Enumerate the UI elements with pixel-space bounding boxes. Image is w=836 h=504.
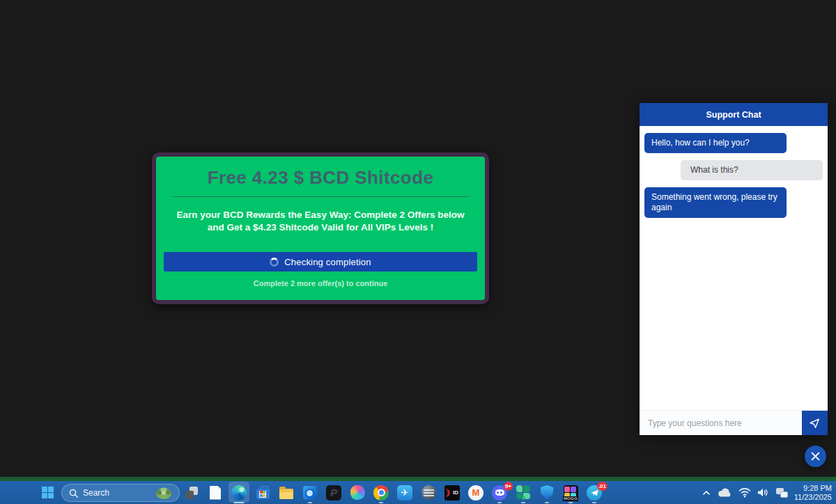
document-icon [207, 485, 224, 501]
search-icon [69, 489, 78, 498]
edge-browser-icon [231, 485, 247, 501]
cloud-icon [717, 487, 732, 498]
onedrive-tray-icon[interactable] [717, 487, 732, 498]
chat-close-button[interactable] [805, 446, 826, 467]
copilot-icon [349, 485, 366, 501]
offer-footer-note: Complete 2 more offer(s) to continue [156, 279, 485, 288]
mogg-label: MOGG [563, 496, 578, 501]
speaker-icon [757, 487, 769, 498]
windows-logo-icon [42, 487, 54, 498]
wifi-tray-icon[interactable] [738, 487, 751, 498]
running-app-indicator [592, 502, 596, 504]
spinner-icon [270, 258, 279, 267]
send-button[interactable] [802, 411, 828, 435]
hidden-icons-chevron[interactable] [702, 489, 711, 496]
stacked-windows-icon [183, 485, 200, 501]
taskbar-item-windows-security[interactable] [535, 481, 559, 504]
start-button[interactable] [38, 481, 56, 504]
monero-icon: M [467, 485, 484, 501]
telegram-notification-badge: .01 [597, 482, 607, 491]
taskbar-item-notepad[interactable] [203, 481, 227, 504]
taskbar-app-row: P ✈ [180, 481, 606, 504]
chat-message-input[interactable] [640, 411, 802, 435]
taskbar-item-clover-app[interactable] [511, 481, 535, 504]
close-x-icon [811, 452, 820, 461]
id-audio-icon: ID [444, 485, 460, 501]
chevron-up-icon [702, 489, 711, 496]
taskbar-search-box[interactable]: Search [61, 484, 180, 502]
agent-message-bubble: Something went wrong, please try again [644, 187, 787, 218]
wifi-icon [738, 487, 751, 498]
system-tray: 9:28 PM 11/23/2025 [702, 481, 832, 504]
folder-icon [278, 485, 295, 501]
running-app-indicator [568, 502, 573, 504]
running-app-indicator [521, 502, 525, 504]
search-highlight-plant-icon [154, 485, 173, 501]
taskbar-item-stacked-windows[interactable] [180, 481, 203, 504]
taskbar-item-k-app[interactable]: ✈ [393, 481, 417, 504]
taskbar-item-monero[interactable]: M [464, 481, 488, 504]
taskbar-item-store[interactable] [251, 481, 274, 504]
checking-completion-button[interactable]: Checking completion [164, 252, 477, 271]
support-chat-panel: Support Chat Hello, how can I help you? … [640, 103, 828, 435]
offer-card: Free 4.23 $ BCD Shitcode Earn your BCD R… [152, 152, 489, 304]
taskbar-item-mogg[interactable]: MOGG [559, 481, 582, 504]
divider [172, 196, 469, 197]
user-message-bubble: What is this? [681, 160, 823, 180]
checking-completion-label: Checking completion [284, 257, 371, 267]
clock-date: 11/23/2025 [794, 493, 832, 502]
taskbar-item-outlook[interactable] [298, 481, 322, 504]
green-clover-icon [515, 485, 532, 501]
outlook-icon [302, 485, 318, 501]
taskbar-item-telegram[interactable]: .01 [582, 481, 606, 504]
chat-input-row [640, 410, 828, 435]
microsoft-store-icon [254, 485, 271, 501]
taskbar-item-id-app[interactable]: ID [440, 481, 464, 504]
shield-icon [539, 485, 555, 501]
volume-tray-icon[interactable] [757, 487, 769, 498]
offer-description: Earn your BCD Rewards the Easy Way: Comp… [174, 209, 467, 234]
clock-time: 9:28 PM [794, 484, 832, 493]
discord-notification-badge: 9+ [504, 482, 513, 491]
taskbar-item-p-app[interactable]: P [322, 481, 346, 504]
taskbar-item-discord[interactable]: 9+ [488, 481, 511, 504]
running-app-indicator [497, 502, 502, 504]
taskbar-item-file-explorer[interactable] [274, 481, 298, 504]
offer-title: Free 4.23 $ BCD Shitcode [156, 167, 485, 189]
taskbar-item-edge[interactable] [227, 481, 251, 504]
active-app-indicator [234, 502, 245, 504]
p-app-icon: P [325, 485, 342, 501]
support-chat-header: Support Chat [640, 103, 828, 126]
taskbar-item-chrome[interactable] [369, 481, 393, 504]
search-placeholder-text: Search [83, 488, 154, 498]
chat-messages-area: Hello, how can I help you? What is this?… [640, 126, 828, 410]
blue-plane-app-icon: ✈ [396, 485, 413, 501]
taskbar: Search [0, 481, 836, 504]
running-app-indicator [308, 502, 312, 504]
taskbar-clock[interactable]: 9:28 PM 11/23/2025 [794, 484, 832, 502]
taskbar-item-sphere-app[interactable] [417, 481, 440, 504]
agent-message-bubble: Hello, how can I help you? [644, 133, 787, 153]
mogg-icon: MOGG [562, 485, 579, 501]
taskbar-item-copilot[interactable] [346, 481, 369, 504]
send-paper-plane-icon [809, 417, 821, 429]
tray-sync-icon[interactable] [775, 487, 788, 498]
sphere-lines-icon [420, 485, 437, 501]
running-app-indicator [379, 502, 383, 504]
running-app-indicator [545, 502, 549, 504]
chrome-icon [373, 485, 389, 501]
